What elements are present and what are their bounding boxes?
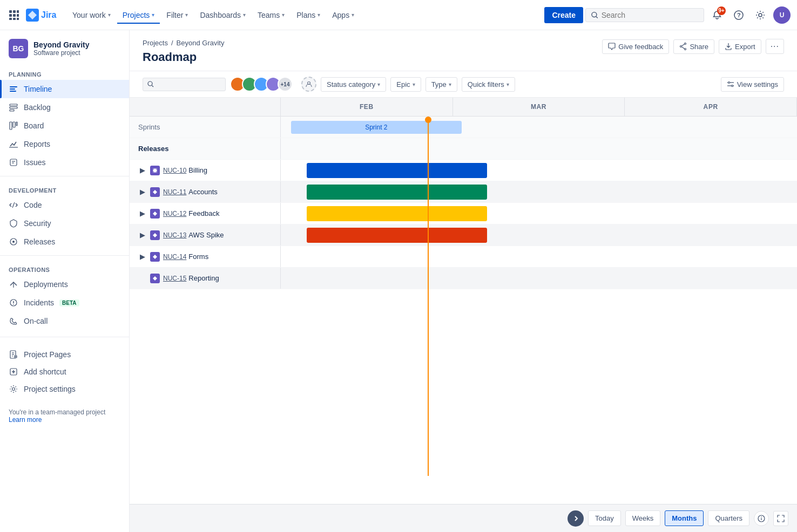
weeks-button[interactable]: Weeks <box>625 510 661 526</box>
sidebar-item-board[interactable]: Board <box>0 117 129 135</box>
code-icon <box>9 200 18 210</box>
user-avatar[interactable]: U <box>773 6 791 24</box>
nav-teams[interactable]: Teams ▾ <box>252 8 290 23</box>
sidebar-item-oncall[interactable]: On-call <box>0 312 129 330</box>
sidebar-item-project-pages[interactable]: Project Pages <box>0 346 129 363</box>
svg-rect-3 <box>9 14 12 17</box>
export-icon <box>725 43 732 50</box>
bottom-bar: Today Weeks Months Quarters <box>130 504 797 532</box>
svg-point-62 <box>761 516 762 517</box>
breadcrumb-projects[interactable]: Projects <box>143 39 168 47</box>
quarters-button[interactable]: Quarters <box>708 510 749 526</box>
view-settings-button[interactable]: View settings <box>721 77 784 92</box>
chevron-down-icon: ▾ <box>152 12 154 18</box>
issue-icon <box>150 187 160 197</box>
sprint-bar[interactable]: Sprint 2 <box>291 121 461 134</box>
issues-icon <box>9 158 18 167</box>
content-actions: Give feedback Share Export ··· <box>602 39 784 54</box>
svg-rect-8 <box>17 18 19 20</box>
create-button[interactable]: Create <box>544 7 583 23</box>
oncall-icon <box>9 316 18 326</box>
svg-point-59 <box>731 85 733 87</box>
svg-point-47 <box>12 388 15 391</box>
sidebar-item-security[interactable]: Security <box>0 214 129 233</box>
breadcrumb-beyond-gravity[interactable]: Beyond Gravity <box>177 39 225 47</box>
settings-button[interactable] <box>752 6 769 24</box>
nav-your-work[interactable]: Your work ▾ <box>67 8 116 23</box>
learn-more-link[interactable]: Learn more <box>9 416 42 424</box>
issue-bar-area <box>281 246 797 267</box>
expand-button[interactable]: ▶ <box>138 209 147 218</box>
notifications-button[interactable]: 9+ <box>708 6 726 24</box>
gantt-bar[interactable] <box>307 163 488 178</box>
timeline-icon <box>9 84 18 94</box>
nav-prev-button[interactable] <box>568 510 584 527</box>
epic-filter[interactable]: Epic ▾ <box>390 77 421 92</box>
type-filter[interactable]: Type ▾ <box>425 77 457 92</box>
issue-id[interactable]: NUC-13 <box>163 231 186 239</box>
info-button[interactable] <box>754 511 769 526</box>
svg-text:?: ? <box>737 12 741 18</box>
months-button[interactable]: Months <box>665 510 704 526</box>
svg-line-51 <box>682 44 685 46</box>
sprints-label: Sprints <box>130 117 281 138</box>
sidebar-item-timeline[interactable]: Timeline <box>0 80 129 98</box>
expand-button[interactable]: ▶ <box>138 253 147 261</box>
give-feedback-button[interactable]: Give feedback <box>602 39 669 54</box>
issue-id[interactable]: NUC-12 <box>163 210 186 217</box>
sidebar-item-reports[interactable]: Reports <box>0 135 129 153</box>
roadmap-search-input[interactable] <box>156 80 221 88</box>
help-button[interactable]: ? <box>730 6 747 24</box>
breadcrumb-separator: / <box>171 39 173 47</box>
expand-button[interactable]: ▶ <box>138 188 147 196</box>
sidebar-item-incidents[interactable]: Incidents BETA <box>0 294 129 312</box>
svg-line-52 <box>682 47 685 49</box>
expand-button[interactable]: ▶ <box>138 231 147 240</box>
share-button[interactable]: Share <box>673 39 714 54</box>
roadmap-search[interactable] <box>143 78 226 91</box>
expand-button[interactable]: ▶ <box>138 166 147 175</box>
nav-filter[interactable]: Filter ▾ <box>161 8 193 23</box>
project-header: BG Beyond Gravity Software project <box>0 30 129 65</box>
sidebar-item-project-settings[interactable]: Project settings <box>0 380 129 398</box>
sprints-row: Sprints Sprint 2 <box>130 117 797 138</box>
issue-id[interactable]: NUC-11 <box>163 188 186 196</box>
more-actions-button[interactable]: ··· <box>766 39 784 54</box>
jira-logo[interactable]: Jira <box>26 9 58 22</box>
gantt-bar[interactable] <box>307 206 488 221</box>
issue-id[interactable]: NUC-14 <box>163 253 186 261</box>
search-input[interactable] <box>602 11 698 19</box>
issue-label: ▶ NUC-12 Feedback <box>130 203 281 224</box>
today-button[interactable]: Today <box>588 510 621 526</box>
issue-id[interactable]: NUC-15 <box>163 275 186 282</box>
nav-dashboards[interactable]: Dashboards ▾ <box>194 8 251 23</box>
planning-section-label: PLANNING <box>0 65 129 80</box>
nav-plans[interactable]: Plans ▾ <box>291 8 326 23</box>
sidebar-item-deployments[interactable]: Deployments <box>0 275 129 294</box>
fullscreen-button[interactable] <box>773 511 788 526</box>
releases-label: Releases <box>130 138 281 159</box>
grid-menu-icon[interactable] <box>6 8 22 23</box>
nav-apps[interactable]: Apps ▾ <box>327 8 360 23</box>
nav-projects[interactable]: Projects ▾ <box>117 8 160 24</box>
export-button[interactable]: Export <box>719 39 761 54</box>
releases-icon <box>9 237 18 247</box>
search-box[interactable] <box>585 8 704 22</box>
issue-id[interactable]: NUC-10 <box>163 167 186 174</box>
table-row: ▶ NUC-11 Accounts <box>130 181 797 203</box>
sidebar-item-issues[interactable]: Issues <box>0 153 129 172</box>
svg-point-58 <box>728 82 730 84</box>
gantt-bar[interactable] <box>307 185 488 200</box>
reports-icon <box>9 139 18 149</box>
quick-filters[interactable]: Quick filters ▾ <box>462 77 515 92</box>
add-assignee-button[interactable] <box>301 77 316 92</box>
sidebar-item-code[interactable]: Code <box>0 196 129 214</box>
releases-row: Releases <box>130 138 797 160</box>
status-category-filter[interactable]: Status category ▾ <box>321 77 386 92</box>
releases-content <box>281 138 797 159</box>
chevron-down-icon: ▾ <box>413 81 415 87</box>
sidebar-item-backlog[interactable]: Backlog <box>0 98 129 117</box>
sidebar-item-releases[interactable]: Releases <box>0 233 129 251</box>
sidebar-item-add-shortcut[interactable]: Add shortcut <box>0 363 129 380</box>
gantt-bar[interactable] <box>307 228 488 243</box>
